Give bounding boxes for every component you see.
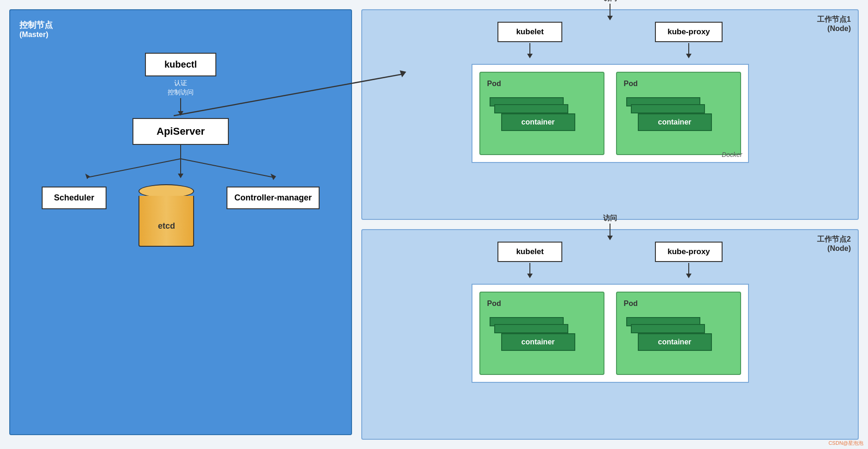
node1-pod1: Pod container bbox=[479, 72, 604, 155]
watermark: CSDN@星泡泡 bbox=[829, 440, 863, 447]
node1-panel: 工作节点1 (Node) 访问 kubelet bbox=[361, 9, 859, 220]
svg-marker-3 bbox=[85, 174, 90, 179]
node2-pod2-container-front: container bbox=[638, 333, 712, 351]
node2-pod1-label: Pod bbox=[487, 299, 597, 308]
auth-label: 认证控制访问 bbox=[168, 79, 194, 97]
master-title: 控制节点 (Master) bbox=[19, 19, 342, 39]
controller-manager-box: Controller-manager bbox=[226, 187, 320, 209]
node2-title: 工作节点2 (Node) bbox=[817, 235, 851, 253]
node2-pod1-container-front: container bbox=[501, 333, 575, 351]
node2-kubelet-box: kubelet bbox=[497, 242, 562, 262]
node2-panel: 工作节点2 (Node) 访问 kubelet bbox=[361, 229, 859, 440]
node1-pod2-label: Pod bbox=[624, 80, 733, 88]
node2-pod2-label: Pod bbox=[624, 299, 733, 308]
node1-pod2-container-front: container bbox=[638, 113, 712, 131]
apiserver-box: ApiServer bbox=[132, 118, 229, 145]
node2-pod1-container-back1 bbox=[494, 324, 568, 333]
node1-kubelet-box: kubelet bbox=[497, 22, 562, 42]
node2-access-label: 访问 bbox=[603, 214, 617, 223]
node1-pod1-container-back1 bbox=[494, 104, 568, 113]
right-panels: 工作节点1 (Node) 访问 kubelet bbox=[361, 9, 859, 440]
node1-kubeproxy-box: kube-proxy bbox=[655, 22, 723, 42]
svg-marker-1 bbox=[178, 174, 183, 178]
node1-access-label: 访问 bbox=[603, 0, 617, 3]
svg-line-2 bbox=[88, 159, 181, 177]
docker-label: Docker bbox=[722, 151, 742, 158]
node1-pod2: Pod container bbox=[616, 72, 741, 155]
node2-pod2-container-back1 bbox=[631, 324, 705, 333]
scheduler-box: Scheduler bbox=[42, 187, 107, 209]
node2-pod2: Pod container bbox=[616, 292, 741, 375]
node1-title: 工作节点1 (Node) bbox=[817, 15, 851, 33]
node1-pod1-label: Pod bbox=[487, 80, 597, 88]
diagram-container: 控制节点 (Master) kubectl 认证控制访问 bbox=[0, 0, 868, 449]
etcd-cylinder: etcd bbox=[138, 184, 194, 249]
kubectl-box: kubectl bbox=[145, 53, 216, 76]
node1-pod1-container-front: container bbox=[501, 113, 575, 131]
node1-pod2-container-back1 bbox=[631, 104, 705, 113]
node2-kubeproxy-box: kube-proxy bbox=[655, 242, 723, 262]
node2-pod1: Pod container bbox=[479, 292, 604, 375]
master-panel: 控制节点 (Master) kubectl 认证控制访问 bbox=[9, 9, 352, 435]
svg-line-4 bbox=[181, 159, 273, 177]
